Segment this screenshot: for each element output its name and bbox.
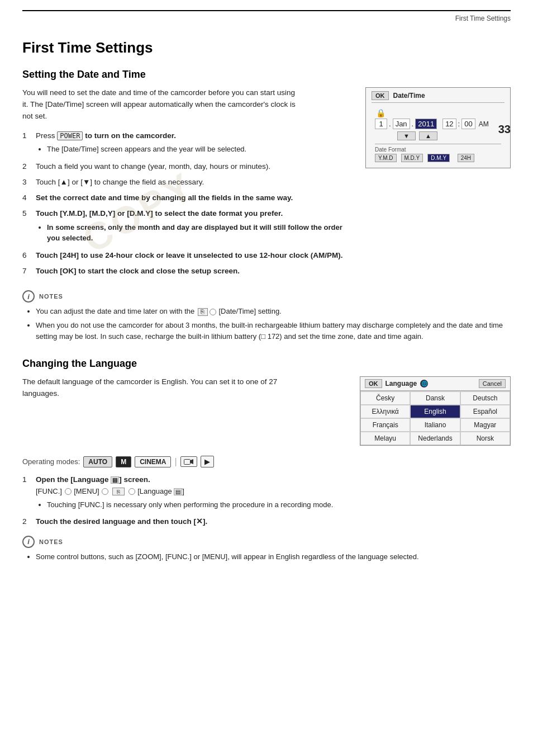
lang-english[interactable]: English: [410, 405, 460, 418]
date-time-intro: You will need to set the date and time o…: [22, 87, 296, 122]
step-1-bullets: The [Date/Time] screen appears and the y…: [47, 144, 349, 155]
notes-icon: i: [22, 290, 35, 303]
language-notes-bullets: Some control buttons, such as [ZOOM], [F…: [36, 551, 511, 563]
lang-notes-label: NOTES: [39, 538, 63, 545]
lang-francais[interactable]: Français: [360, 418, 410, 432]
top-rule: [22, 10, 511, 11]
dt-year[interactable]: 2011: [415, 119, 437, 129]
datetime-notes: i NOTES You can adjust the date and time…: [22, 290, 511, 342]
mode-play-icon[interactable]: ▶: [201, 456, 214, 467]
dt-format-row: Y.M.D M.D.Y D.M.Y 24H: [375, 154, 501, 162]
lang-norsk[interactable]: Norsk: [460, 432, 510, 445]
main-content: First Time Settings Setting the Date and…: [22, 22, 511, 563]
lang-ok-button[interactable]: OK: [365, 379, 382, 388]
dt-format-section: Date Format Y.M.D M.D.Y D.M.Y 24H: [375, 144, 501, 162]
func-icon: ⎘: [198, 308, 208, 316]
step-5-bullets: In some screens, only the month and day …: [47, 222, 349, 244]
lang-step-1-path: [FUNC.] [MENU] ⎘ [Language ▤]: [36, 487, 184, 495]
lang-title: Language: [386, 380, 417, 388]
mode-m[interactable]: M: [116, 456, 131, 467]
language-section: Changing the Language The default langua…: [22, 358, 511, 562]
dt-month[interactable]: Jan: [393, 119, 410, 129]
lang-header: OK Language 🌐 Cancel: [360, 377, 510, 391]
dt-time-row: 1 . Jan . 2011 12 : 00 AM: [375, 119, 501, 129]
lang-grid: Česky Dansk Deutsch Ελληνικά English Esp…: [360, 391, 510, 445]
lang-cancel-button[interactable]: Cancel: [479, 379, 506, 388]
header-breadcrumb: First Time Settings: [0, 15, 511, 22]
power-key: POWER: [57, 131, 83, 140]
datetime-notes-bullets: You can adjust the date and time later o…: [36, 306, 511, 342]
dt-lock-icon: 🔒: [375, 108, 501, 117]
dt-ampm: AM: [479, 120, 489, 128]
language-notes: i NOTES Some control buttons, such as [Z…: [22, 536, 511, 563]
step-6: 6 Touch [24H] to use 24-hour clock or le…: [22, 250, 349, 261]
dt-header: OK Date/Time: [372, 91, 505, 103]
lang-step-1-bullets: Touching [FUNC.] is necessary only when …: [47, 499, 511, 511]
dt-title: Date/Time: [393, 92, 425, 100]
lang-step-2: 2 Touch the desired language and then to…: [22, 516, 511, 527]
date-time-text-col: You will need to set the date and time o…: [22, 87, 349, 282]
lang-espanol[interactable]: Español: [460, 405, 510, 418]
lang-notes-icon: i: [22, 536, 35, 548]
dt-ok-button[interactable]: OK: [372, 91, 389, 100]
dt-up-arrow[interactable]: ▲: [419, 131, 437, 140]
operating-modes: Operating modes: AUTO M CINEMA | ▶: [22, 456, 511, 467]
dt-day[interactable]: 1: [375, 119, 387, 129]
lang-nederlands[interactable]: Nederlands: [410, 432, 460, 445]
notes-label: NOTES: [39, 293, 63, 300]
section-title: First Time Settings: [22, 39, 511, 56]
lang-dansk[interactable]: Dansk: [410, 391, 460, 405]
dt-arrows: ▼ ▲: [375, 131, 501, 140]
date-time-section: Setting the Date and Time You will need …: [22, 69, 511, 342]
lang-step-1: 1 Open the [Language ▤] screen. [FUNC.] …: [22, 474, 511, 512]
lang-magyar[interactable]: Magyar: [460, 418, 510, 432]
page-number: 33: [498, 123, 511, 136]
step-3: 3 Touch [▲] or [▼] to change the field a…: [22, 177, 349, 188]
step-5: 5 Touch [Y.M.D], [M.D,Y] or [D.M.Y] to s…: [22, 208, 349, 245]
language-text-col: The default language of the camcorder is…: [22, 376, 343, 408]
step-2: 2 Touch a field you want to change (year…: [22, 161, 349, 172]
dt-fmt-24h[interactable]: 24H: [458, 154, 474, 162]
svg-rect-0: [184, 460, 190, 465]
dt-down-arrow[interactable]: ▼: [397, 131, 416, 140]
lang-greek[interactable]: Ελληνικά: [360, 405, 410, 418]
lang-cesky[interactable]: Česky: [360, 391, 410, 405]
dt-fmt-ymd[interactable]: Y.M.D: [375, 154, 397, 162]
dt-fmt-mdy[interactable]: M.D.Y: [401, 154, 423, 162]
mode-auto[interactable]: AUTO: [83, 456, 112, 467]
date-time-steps: 1 Press POWER to turn on the camcorder. …: [22, 130, 349, 277]
dt-fmt-dmy[interactable]: D.M.Y: [427, 154, 450, 162]
lang-italiano[interactable]: Italiano: [410, 418, 460, 432]
dt-format-label: Date Format: [375, 147, 501, 153]
func-settings-icon: ⎘: [112, 488, 125, 495]
language-screenshot: OK Language 🌐 Cancel Česky Dansk Deutsch…: [360, 376, 511, 446]
date-time-content-row: You will need to set the date and time o…: [22, 87, 511, 282]
svg-marker-1: [191, 459, 193, 464]
lang-deutsch[interactable]: Deutsch: [460, 391, 510, 405]
date-time-title: Setting the Date and Time: [22, 69, 511, 81]
step-1: 1 Press POWER to turn on the camcorder. …: [22, 130, 349, 157]
datetime-screenshot-col: OK Date/Time 🔒 1 . Jan . 2011 12: [365, 87, 511, 168]
language-screenshot-col: OK Language 🌐 Cancel Česky Dansk Deutsch…: [360, 376, 511, 446]
circle-icon: [210, 309, 216, 315]
language-steps: 1 Open the [Language ▤] screen. [FUNC.] …: [22, 474, 511, 527]
language-title: Changing the Language: [22, 358, 511, 370]
step-7: 7 Touch [OK] to start the clock and clos…: [22, 266, 349, 277]
dt-minute[interactable]: 00: [461, 119, 475, 129]
language-intro: The default language of the camcorder is…: [22, 376, 296, 400]
operating-modes-label: Operating modes:: [22, 457, 80, 466]
lang-melayu[interactable]: Melayu: [360, 432, 410, 445]
language-content-row: The default language of the camcorder is…: [22, 376, 511, 446]
lang-globe-icon: 🌐: [420, 380, 428, 388]
dt-hour[interactable]: 12: [442, 119, 456, 129]
mode-camera-icon[interactable]: [180, 456, 197, 467]
lang-menu-icon: ▤: [111, 476, 119, 484]
datetime-screenshot: OK Date/Time 🔒 1 . Jan . 2011 12: [365, 87, 511, 168]
step-4: 4 Set the correct date and time by chang…: [22, 192, 349, 204]
mode-cinema[interactable]: CINEMA: [135, 456, 171, 467]
